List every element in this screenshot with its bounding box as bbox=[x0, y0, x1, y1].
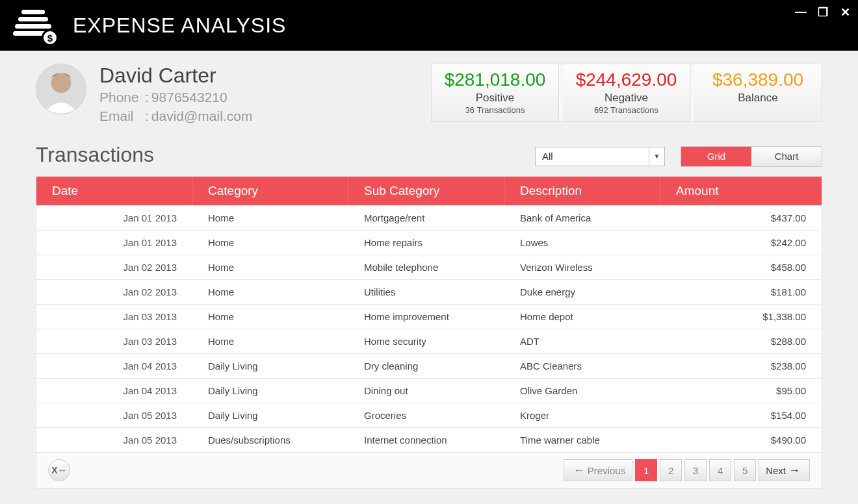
cell-category: Home bbox=[192, 206, 348, 230]
chevron-down-icon: ▼ bbox=[649, 147, 664, 166]
col-header-date[interactable]: Date bbox=[36, 177, 192, 205]
minimize-button[interactable]: — bbox=[794, 5, 807, 19]
app-title: EXPENSE ANALYSIS bbox=[73, 14, 286, 38]
cell-date: Jan 05 2013 bbox=[36, 428, 192, 452]
cell-date: Jan 01 2013 bbox=[36, 231, 192, 255]
cell-category: Home bbox=[192, 231, 348, 255]
cell-amount: $238.00 bbox=[660, 354, 822, 378]
cell-description: Time warner cable bbox=[504, 428, 660, 452]
col-header-description[interactable]: Description bbox=[504, 177, 660, 205]
cell-description: Olive Garden bbox=[504, 379, 660, 403]
col-header-amount[interactable]: Amount bbox=[660, 177, 822, 205]
view-chart-button[interactable]: Chart bbox=[751, 147, 822, 166]
cell-subcategory: Utilities bbox=[348, 280, 504, 304]
cell-subcategory: Groceries bbox=[348, 403, 504, 427]
col-header-subcategory[interactable]: Sub Category bbox=[348, 177, 504, 205]
cell-amount: $490.00 bbox=[660, 428, 822, 452]
arrow-left-icon: ← bbox=[573, 464, 585, 477]
table-row[interactable]: Jan 05 2013Daily LivingGroceriesKroger$1… bbox=[36, 403, 822, 427]
user-email-row: Email:david@mail.com bbox=[99, 107, 252, 125]
cell-description: Verizon Wireless bbox=[504, 255, 660, 279]
cell-category: Daily Living bbox=[192, 403, 348, 427]
cell-amount: $437.00 bbox=[660, 206, 822, 230]
cell-category: Home bbox=[192, 305, 348, 329]
export-button[interactable]: X↔ bbox=[48, 459, 70, 481]
pager-page-1[interactable]: 1 bbox=[635, 459, 657, 481]
pager-page-2[interactable]: 2 bbox=[660, 459, 682, 481]
cell-amount: $458.00 bbox=[660, 255, 822, 279]
cell-subcategory: Internet connection bbox=[348, 428, 504, 452]
avatar bbox=[36, 64, 86, 114]
pager: ← Previous12345Next → bbox=[564, 459, 810, 481]
cell-subcategory: Mobile telephone bbox=[348, 255, 504, 279]
maximize-button[interactable]: ❐ bbox=[816, 5, 829, 19]
stats-panel: $281,018.00 Positive 36 Transactions $24… bbox=[431, 64, 822, 122]
table-row[interactable]: Jan 03 2013HomeHome improvementHome depo… bbox=[36, 304, 822, 329]
filter-dropdown[interactable]: All ▼ bbox=[535, 147, 665, 166]
cell-date: Jan 02 2013 bbox=[36, 255, 192, 279]
arrow-right-icon: → bbox=[788, 464, 800, 477]
cell-date: Jan 03 2013 bbox=[36, 329, 192, 353]
cell-description: Lowes bbox=[504, 231, 660, 255]
pager-page-5[interactable]: 5 bbox=[734, 459, 756, 481]
cell-date: Jan 03 2013 bbox=[36, 305, 192, 329]
cell-description: ADT bbox=[504, 329, 660, 353]
cell-subcategory: Home repairs bbox=[348, 231, 504, 255]
table-row[interactable]: Jan 04 2013Daily LivingDry cleaningABC C… bbox=[36, 353, 822, 378]
cell-subcategory: Mortgage/rent bbox=[348, 206, 504, 230]
stat-negative: $244,629.00 Negative 692 Transactions bbox=[563, 64, 690, 121]
pager-prev[interactable]: ← Previous bbox=[564, 459, 632, 481]
pager-page-3[interactable]: 3 bbox=[684, 459, 707, 481]
cell-description: Home depot bbox=[504, 305, 660, 329]
cell-description: Kroger bbox=[504, 403, 660, 427]
cell-description: ABC Cleaners bbox=[504, 354, 660, 378]
cell-date: Jan 01 2013 bbox=[36, 206, 192, 230]
cell-amount: $288.00 bbox=[660, 329, 822, 353]
app-logo-icon: $ bbox=[13, 10, 53, 41]
stat-positive: $281,018.00 Positive 36 Transactions bbox=[432, 64, 559, 121]
table-row[interactable]: Jan 03 2013HomeHome securityADT$288.00 bbox=[36, 329, 822, 353]
cell-amount: $242.00 bbox=[660, 231, 822, 255]
cell-amount: $95.00 bbox=[660, 379, 822, 403]
cell-category: Daily Living bbox=[192, 379, 348, 403]
view-toggle: Grid Chart bbox=[681, 146, 822, 167]
cell-date: Jan 04 2013 bbox=[36, 354, 192, 378]
cell-date: Jan 02 2013 bbox=[36, 280, 192, 304]
export-icon: X↔ bbox=[51, 465, 66, 475]
pager-next[interactable]: Next → bbox=[759, 459, 810, 481]
cell-subcategory: Home security bbox=[348, 329, 504, 353]
transactions-table: Date Category Sub Category Description A… bbox=[36, 176, 822, 489]
cell-description: Duke energy bbox=[504, 280, 660, 304]
col-header-category[interactable]: Category bbox=[192, 177, 348, 205]
transactions-title: Transactions bbox=[36, 143, 154, 167]
cell-category: Home bbox=[192, 329, 348, 353]
table-row[interactable]: Jan 02 2013HomeMobile telephoneVerizon W… bbox=[36, 255, 822, 279]
cell-date: Jan 05 2013 bbox=[36, 403, 192, 427]
table-row[interactable]: Jan 05 2013Dues/subscriptionsInternet co… bbox=[36, 427, 822, 452]
cell-amount: $154.00 bbox=[660, 403, 822, 427]
stat-balance: $36,389.00 Balance bbox=[694, 64, 822, 121]
table-row[interactable]: Jan 01 2013HomeHome repairsLowes$242.00 bbox=[36, 230, 822, 255]
table-row[interactable]: Jan 04 2013Daily LivingDining outOlive G… bbox=[36, 378, 822, 403]
pager-page-4[interactable]: 4 bbox=[709, 459, 731, 481]
cell-category: Daily Living bbox=[192, 354, 348, 378]
cell-subcategory: Dining out bbox=[348, 379, 504, 403]
table-row[interactable]: Jan 01 2013HomeMortgage/rentBank of Amer… bbox=[36, 205, 822, 230]
cell-category: Home bbox=[192, 255, 348, 279]
view-grid-button[interactable]: Grid bbox=[681, 147, 751, 166]
cell-category: Dues/subscriptions bbox=[192, 428, 348, 452]
cell-amount: $1,338.00 bbox=[660, 305, 822, 329]
cell-amount: $181.00 bbox=[660, 280, 822, 304]
table-row[interactable]: Jan 02 2013HomeUtilitiesDuke energy$181.… bbox=[36, 279, 822, 304]
cell-subcategory: Home improvement bbox=[348, 305, 504, 329]
cell-subcategory: Dry cleaning bbox=[348, 354, 504, 378]
user-phone-row: Phone:9876543210 bbox=[99, 88, 252, 107]
cell-date: Jan 04 2013 bbox=[36, 379, 192, 403]
svg-point-1 bbox=[51, 73, 71, 93]
cell-description: Bank of America bbox=[504, 206, 660, 230]
user-name: David Carter bbox=[99, 64, 252, 88]
titlebar: $ EXPENSE ANALYSIS — ❐ ✕ bbox=[0, 0, 858, 51]
close-button[interactable]: ✕ bbox=[838, 5, 852, 19]
cell-category: Home bbox=[192, 280, 348, 304]
